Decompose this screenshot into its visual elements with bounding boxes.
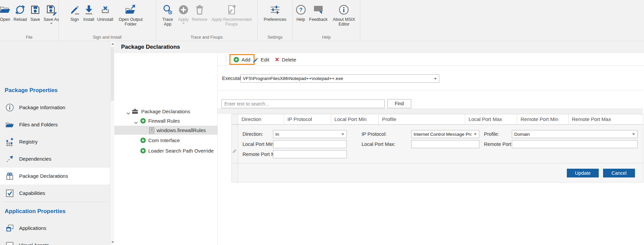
sidebar-item-label: Package Declarations: [19, 168, 68, 185]
sign-label: Sign: [70, 17, 79, 22]
local-port-max-input[interactable]: [411, 140, 479, 148]
remote-port-max-input[interactable]: [273, 150, 347, 158]
scrollbar-down-arrow-icon[interactable]: [111, 241, 114, 243]
direction-combo[interactable]: In: [273, 130, 347, 138]
green-plus-icon: [140, 148, 146, 155]
column-header-local-port-min[interactable]: Local Port Min: [331, 114, 378, 124]
svg-text:?: ?: [299, 7, 302, 13]
ribbon-group-help: ? Help Feedback About MSIX Editor: [293, 0, 360, 41]
reload-icon: [14, 2, 26, 17]
open-button[interactable]: Open: [0, 2, 11, 22]
form-footer-divider: [232, 163, 643, 163]
sidebar-item-dependencies[interactable]: Dependencies: [0, 151, 110, 167]
save-label: Save: [31, 17, 40, 22]
column-header-profile[interactable]: Profile: [378, 114, 465, 124]
uninstall-button[interactable]: Uninstall: [97, 2, 114, 22]
tree-node-label: Firewall Rules: [148, 116, 180, 125]
install-button[interactable]: Install: [83, 2, 95, 22]
tree-node-label: Com Interface: [148, 136, 180, 145]
column-header-ip-protocol[interactable]: IP Protocol: [284, 114, 331, 124]
scrollbar-thumb[interactable]: [111, 47, 114, 101]
package-declarations-icon: [5, 172, 14, 180]
sidebar-item-capabilities[interactable]: Capabilities: [0, 185, 110, 202]
remote-port-min-input[interactable]: [512, 140, 638, 148]
apply-button[interactable]: Apply: [177, 2, 190, 24]
toolbar-grip-handle[interactable]: [226, 56, 226, 62]
find-button[interactable]: Find: [387, 99, 411, 108]
row-indicator-header: [232, 114, 238, 124]
sidebar-item-files-and-folders[interactable]: Files and Folders: [0, 116, 110, 133]
feedback-button[interactable]: Feedback: [309, 2, 328, 22]
edit-row-indicator: [232, 125, 238, 182]
local-port-max-label: Local Port Max:: [362, 140, 395, 148]
sign-button[interactable]: Sign: [68, 2, 81, 22]
sidebar-item-label: Dependencies: [19, 151, 51, 167]
tree-node-package-declarations[interactable]: Package Declarations: [114, 107, 217, 116]
add-button[interactable]: Add: [229, 54, 255, 65]
save-button[interactable]: Save: [29, 2, 42, 22]
msix-editor-window: Open Reload Save: [0, 0, 644, 245]
column-header-local-port-max[interactable]: Local Port Max: [465, 114, 517, 124]
help-label: Help: [297, 17, 305, 22]
trace-app-button[interactable]: Trace App: [160, 2, 176, 27]
tree-node-com-interface[interactable]: Com Interface: [114, 136, 217, 145]
trace-app-label: Trace App: [160, 17, 175, 27]
sidebar-scrollbar[interactable]: [110, 41, 114, 245]
remove-trash-icon: [194, 2, 205, 17]
preferences-button[interactable]: Preferences: [263, 2, 287, 22]
delete-button-label: Delete: [282, 57, 296, 63]
tree-node-windows-firewallrules[interactable]: windows.firewallRules: [114, 126, 217, 135]
chevron-down-icon[interactable]: [134, 119, 138, 125]
declarations-tree: Package Declarations Firewall Rules wind…: [114, 53, 217, 245]
open-output-folder-button[interactable]: Open Output Folder: [115, 2, 146, 27]
column-header-direction[interactable]: Direction: [238, 114, 284, 124]
registry-icon: [5, 137, 14, 146]
executable-combo-value: VFS\ProgramFilesX86\Notepad++\notepad++.…: [243, 76, 343, 81]
package-information-icon: [5, 103, 14, 112]
rules-toolbar: Add Edit Delete: [218, 53, 644, 66]
edit-button[interactable]: Edit: [253, 54, 269, 65]
scrollbar-up-arrow-icon[interactable]: [111, 43, 114, 45]
open-output-folder-label: Open Output Folder: [116, 17, 145, 27]
tree-node-label: Loader Search Path Override: [148, 146, 214, 155]
sidebar-item-package-declarations[interactable]: Package Declarations: [0, 168, 110, 185]
reload-label: Reload: [13, 17, 27, 22]
sidebar-item-applications[interactable]: Applications: [0, 220, 110, 237]
update-button[interactable]: Update: [567, 169, 599, 177]
green-plus-icon: [140, 118, 146, 125]
sidebar-item-visual-assets[interactable]: Visual Assets: [0, 237, 110, 245]
delete-button[interactable]: Delete: [275, 54, 296, 65]
save-as-dropdown-chevron-icon[interactable]: [50, 23, 53, 24]
sidebar-item-registry[interactable]: Registry: [0, 133, 110, 150]
add-plus-icon: [233, 57, 239, 63]
reload-button[interactable]: Reload: [13, 2, 28, 22]
direction-label: Direction:: [243, 130, 263, 138]
sidebar-divider: [3, 202, 107, 202]
capabilities-icon: [5, 189, 14, 198]
chevron-down-icon[interactable]: [126, 110, 130, 116]
about-msix-editor-button[interactable]: About MSIX Editor: [329, 2, 358, 27]
tree-node-loader-search-path-override[interactable]: Loader Search Path Override: [114, 146, 217, 155]
apply-recommended-fixups-icon: [226, 2, 237, 17]
remove-button[interactable]: Remove: [191, 2, 208, 22]
ribbon-group-help-label: Help: [293, 35, 360, 40]
dropdown-arrow-icon: [474, 133, 477, 135]
cancel-button[interactable]: Cancel: [603, 169, 635, 177]
local-port-min-input[interactable]: [273, 140, 347, 148]
executable-combo[interactable]: VFS\ProgramFilesX86\Notepad++\notepad++.…: [240, 74, 439, 83]
about-msix-editor-label: About MSIX Editor: [330, 17, 358, 27]
apply-recommended-fixups-button[interactable]: Apply Recommended Fixups: [209, 2, 254, 27]
sign-pencil-icon: [69, 2, 80, 17]
sidebar-item-label: Files and Folders: [19, 116, 58, 133]
column-header-remote-port-min[interactable]: Remote Port Min: [517, 114, 568, 124]
ip-protocol-combo[interactable]: Internet Control Message Protocol v4 (I.…: [411, 130, 479, 138]
search-input[interactable]: [221, 99, 385, 108]
direction-combo-value: In: [275, 132, 279, 137]
column-header-remote-port-max[interactable]: Remote Port Max: [568, 114, 643, 124]
profile-combo[interactable]: Domain: [512, 130, 638, 138]
sidebar-item-package-information[interactable]: Package Information: [0, 99, 110, 116]
help-button[interactable]: ? Help: [294, 2, 307, 22]
save-as-button[interactable]: Save As: [43, 2, 60, 24]
apply-dropdown-chevron-icon[interactable]: [182, 23, 185, 24]
tree-node-firewall-rules[interactable]: Firewall Rules: [114, 116, 217, 125]
